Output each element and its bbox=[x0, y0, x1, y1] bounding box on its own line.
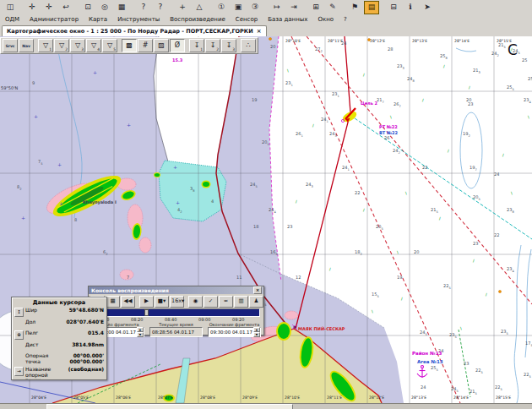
light-icon bbox=[498, 290, 501, 292]
display-filter-5-button[interactable]: ▽ 5 bbox=[102, 39, 117, 52]
panel-1-icon[interactable]: ① bbox=[214, 1, 229, 14]
playback-title-bar[interactable]: Консоль воспроизведения × bbox=[89, 286, 263, 294]
menu-item[interactable]: База данных bbox=[263, 14, 312, 25]
chart-scale-icon[interactable]: ▦ bbox=[114, 1, 129, 14]
spinner-down[interactable]: ▼ bbox=[137, 332, 144, 337]
rewind-button[interactable]: ◀◀ bbox=[121, 296, 135, 308]
menu-item[interactable]: ? bbox=[339, 14, 352, 25]
layers-button[interactable]: ▩ bbox=[122, 39, 137, 52]
anchor-3-button[interactable]: ↧ 3 bbox=[221, 39, 236, 52]
pen-icon[interactable]: ✎ bbox=[325, 1, 340, 14]
triangle-icon[interactable]: △ bbox=[192, 1, 207, 14]
speed-button[interactable]: 16x▾ bbox=[170, 296, 184, 308]
row-button[interactable]: ⊕ bbox=[14, 330, 24, 340]
time-field-group: Окончание фрагмента 09:30:00 04.01.17 ▲ … bbox=[208, 322, 261, 337]
split-window-icon[interactable]: ◫ bbox=[3, 1, 18, 14]
play-button[interactable]: ▶ bbox=[139, 296, 154, 308]
menu-item[interactable]: ОДМ bbox=[0, 14, 24, 25]
time-field[interactable]: 08:28:56 04.01.17 ▲ ▼ bbox=[149, 327, 203, 337]
row-label: Дол bbox=[25, 319, 61, 325]
crosshair-icon[interactable]: + bbox=[175, 1, 190, 14]
longitude-label: 28°08'E bbox=[200, 395, 215, 400]
save-button[interactable]: ▦ bbox=[106, 296, 120, 308]
menu-item[interactable]: Воспроизведение bbox=[165, 14, 231, 25]
main-toolbar: ◫ ✛ ✛ ↩ ⊡ ◎ ▦ ? ? + △ ① ▣ ③ ↦ ⇥ bbox=[0, 0, 532, 14]
help-topics-icon[interactable]: ℹ bbox=[403, 1, 418, 14]
bearing-button[interactable]: Ø bbox=[170, 39, 185, 52]
time-field[interactable]: 09:30:00 04.01.17 ▲ ▼ bbox=[208, 327, 261, 337]
display-filter-1-button[interactable]: ▽ 1 bbox=[38, 39, 53, 52]
sounding: 18 bbox=[253, 224, 258, 229]
display-filter-3-button[interactable]: ▽ 3 bbox=[70, 39, 85, 52]
time-field-group: Текущее время 08:28:56 04.01.17 ▲ ▼ bbox=[149, 322, 203, 337]
menu-item[interactable]: Администратор bbox=[24, 14, 84, 25]
vrm-icon[interactable]: ⇥ bbox=[286, 1, 301, 14]
search-button[interactable]: ◉ bbox=[188, 296, 203, 308]
undo-view-icon[interactable]: ↩ bbox=[58, 1, 73, 14]
playback-title: Консоль воспроизведения bbox=[91, 287, 169, 293]
anchor-1-button[interactable]: ↧ 1 bbox=[189, 39, 204, 52]
sounding: 23 bbox=[464, 361, 469, 366]
chart-window-icon[interactable]: ▤ bbox=[364, 1, 379, 14]
anchor-2-button[interactable]: ↧ 2 bbox=[205, 39, 220, 52]
user-button[interactable]: ♟ bbox=[249, 296, 263, 308]
pan-alt-icon[interactable]: ✛ bbox=[41, 1, 57, 14]
chart-window-tab[interactable]: Картографическое окно - 1 : 25 000 - По … bbox=[2, 25, 267, 36]
menu-item[interactable]: Сенсор bbox=[231, 14, 263, 25]
magnifier-icon[interactable]: ◎ bbox=[97, 1, 112, 14]
chart-label: С bbox=[508, 41, 518, 58]
nav-layer-button[interactable]: Nav bbox=[19, 39, 34, 52]
pan-mode-icon[interactable]: ✛ bbox=[24, 1, 40, 14]
grid-toggle-button[interactable]: # bbox=[138, 39, 153, 52]
longitude-label: 28°11'E bbox=[328, 39, 343, 43]
rings-button[interactable]: ∴ bbox=[241, 39, 256, 52]
row-value: 015.4 bbox=[61, 330, 104, 336]
srvc-layer-button[interactable]: Srvc bbox=[3, 39, 18, 52]
row-button[interactable]: ↕ bbox=[14, 308, 24, 317]
cross-mark: + bbox=[93, 69, 97, 75]
panel-3-icon[interactable]: ③ bbox=[247, 1, 263, 14]
cross-mark: + bbox=[21, 215, 25, 221]
chart-label: Khaynyaloda I bbox=[83, 199, 117, 205]
timeline-tick: 08:20 bbox=[131, 317, 143, 322]
zoom-area-icon[interactable]: ⊡ bbox=[80, 1, 95, 14]
row-button[interactable]: → bbox=[14, 367, 24, 376]
timeline-slider[interactable] bbox=[144, 309, 149, 316]
horizontal-scrollbar[interactable] bbox=[0, 403, 532, 409]
longitude-label: 28°12'E bbox=[369, 395, 384, 400]
playback-toolbar: ▤ ▦ ◀◀ ▶ ■▾ 16x▾ ◉ ✓ ≈ ▥ ♟ bbox=[89, 294, 263, 308]
sounding: 19 bbox=[397, 275, 402, 280]
scrollbar-thumb[interactable] bbox=[46, 404, 293, 409]
display-mode-button[interactable]: ■▾ bbox=[155, 296, 169, 308]
print-icon[interactable]: ⊟ bbox=[386, 1, 401, 14]
chart-select-button[interactable]: ▨ bbox=[154, 39, 169, 52]
menu-item[interactable]: Окно bbox=[312, 14, 339, 25]
tab-close-icon[interactable]: × bbox=[257, 28, 262, 35]
longitude-label: 28°13'E bbox=[412, 39, 427, 43]
menu-item[interactable]: Инструменты bbox=[112, 14, 165, 25]
context-help-icon[interactable]: ? bbox=[153, 1, 168, 14]
light-icon bbox=[269, 37, 271, 40]
application-window: ◫ ✛ ✛ ↩ ⊡ ◎ ▦ ? ? + △ ① ▣ ③ ↦ ⇥ bbox=[0, 0, 532, 409]
timeline-ticks: 08:00 08:20 08:40 09:00 09:20 bbox=[92, 317, 260, 322]
whats-this-icon[interactable]: ➤ bbox=[420, 1, 435, 14]
flag-icon[interactable]: ⚑ bbox=[347, 1, 362, 14]
chart-label: РТ №22 bbox=[379, 124, 398, 129]
cross-mark: + bbox=[173, 164, 177, 170]
screen-button[interactable]: ▥ bbox=[234, 296, 248, 308]
display-filter-2-button[interactable]: ▽ 2 bbox=[54, 39, 69, 52]
chart-label: Цель 2 bbox=[361, 101, 378, 106]
close-icon[interactable]: × bbox=[253, 286, 262, 294]
sounding: 22 bbox=[355, 190, 360, 195]
grid-icon[interactable]: ⊞ bbox=[308, 1, 323, 14]
spinner-down[interactable]: ▼ bbox=[253, 332, 260, 337]
help-icon[interactable]: ? bbox=[136, 1, 151, 14]
menu-item[interactable]: Карта bbox=[84, 14, 112, 25]
mark-button[interactable]: ✓ bbox=[204, 296, 218, 308]
display-filter-4-button[interactable]: ▽ 4 bbox=[86, 39, 101, 52]
window-icon[interactable]: ▣ bbox=[231, 1, 246, 14]
signal-button[interactable]: ≈ bbox=[219, 296, 233, 308]
playback-timeline[interactable] bbox=[92, 308, 260, 317]
sounding: 8 bbox=[74, 217, 77, 222]
ebl-icon[interactable]: ↦ bbox=[269, 1, 285, 14]
